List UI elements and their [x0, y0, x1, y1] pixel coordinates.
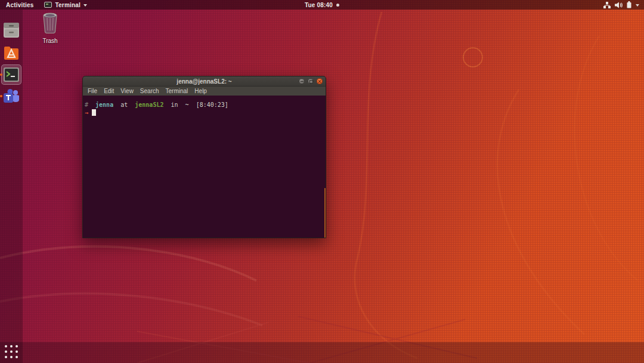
terminal-icon [3, 66, 20, 83]
notification-dot-icon [336, 4, 339, 7]
app-menu-button[interactable]: Terminal [39, 0, 92, 10]
terminal-content[interactable]: # jenna at jennaSL2 in ~ [8:40:23] → [83, 96, 326, 238]
battery-icon [627, 1, 631, 8]
prompt-hash: # [85, 101, 88, 108]
chevron-down-icon [636, 4, 639, 7]
minimize-button[interactable] [299, 78, 305, 84]
activities-label: Activities [6, 2, 33, 8]
chevron-down-icon [83, 4, 87, 7]
dock-item-files[interactable] [1, 20, 21, 41]
prompt-time: [8:40:23] [196, 101, 228, 108]
prompt-line: # jenna at jennaSL2 in ~ [8:40:23] [85, 101, 324, 109]
prompt-arrow: → [85, 109, 88, 116]
terminal-menubar: File Edit View Search Terminal Help [83, 87, 326, 96]
menu-help[interactable]: Help [194, 88, 207, 94]
menu-view[interactable]: View [120, 88, 134, 94]
clock-label: Tue 08:40 [305, 2, 333, 8]
dock-item-app-a[interactable] [1, 43, 21, 63]
grid-icon [5, 345, 7, 347]
prompt-host: jennaSL2 [135, 101, 163, 108]
running-indicator-dot [0, 73, 2, 76]
file-manager-icon [3, 23, 20, 39]
bottom-shade-band [0, 342, 644, 363]
prompt-at: at [120, 101, 128, 108]
clock-button[interactable]: Tue 08:40 [305, 2, 339, 8]
trash-can-icon [41, 13, 59, 34]
teams-icon [3, 88, 20, 104]
volume-icon [615, 2, 623, 8]
terminal-window: jenna@jennaSL2: ~ File Edit View Search … [82, 76, 326, 238]
dock [0, 10, 23, 363]
terminal-titlebar[interactable]: jenna@jennaSL2: ~ [83, 76, 326, 87]
show-apps-button[interactable] [4, 344, 19, 359]
terminal-mini-icon [44, 2, 52, 8]
desktop-trash-icon[interactable]: Trash [32, 13, 68, 44]
app-menu-label: Terminal [55, 2, 80, 8]
menu-search[interactable]: Search [140, 88, 159, 94]
menu-file[interactable]: File [88, 88, 97, 94]
terminal-cursor [92, 109, 96, 116]
terminal-scrollbar[interactable] [324, 188, 326, 238]
dock-item-teams[interactable] [1, 86, 21, 106]
network-icon [603, 2, 611, 8]
cursor-line: → [85, 109, 324, 116]
prompt-path: ~ [185, 101, 189, 108]
trash-label: Trash [32, 38, 68, 44]
system-tray-button[interactable] [599, 0, 644, 10]
dock-item-terminal[interactable] [1, 64, 21, 85]
prompt-in: in [171, 101, 178, 108]
menu-terminal[interactable]: Terminal [166, 88, 188, 94]
window-title: jenna@jennaSL2: ~ [177, 78, 231, 85]
activities-button[interactable]: Activities [0, 0, 39, 10]
menu-edit[interactable]: Edit [104, 88, 114, 94]
running-indicator-dot [0, 95, 2, 97]
prompt-user: jenna [95, 101, 113, 108]
close-button[interactable] [317, 78, 323, 84]
top-bar: Activities Terminal Tue 08:40 [0, 0, 644, 10]
maximize-button[interactable] [308, 78, 314, 84]
orange-a-folder-icon [3, 45, 20, 61]
